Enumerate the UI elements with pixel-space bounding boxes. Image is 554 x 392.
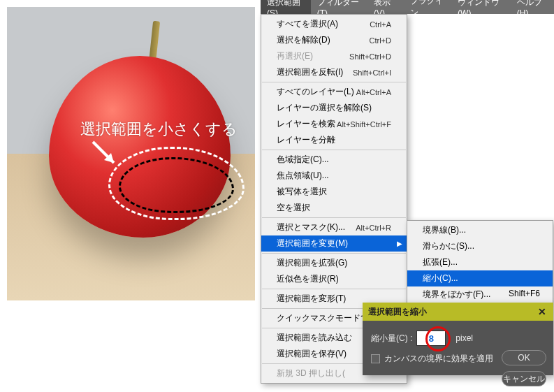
smi-feather[interactable]: 境界をぼかす(F)...Shift+F6 (407, 286, 553, 303)
mi-label: 色域指定(C)... (277, 154, 329, 166)
mi-label: 近似色を選択(R) (277, 273, 339, 285)
mi-label: 新規 3D 押し出し( (277, 368, 345, 379)
mi-shortcut: Shift+Ctrl+I (353, 68, 391, 77)
mi-color-range[interactable]: 色域指定(C)... (261, 152, 407, 168)
mi-deselect-layers[interactable]: レイヤーの選択を解除(S) (261, 100, 407, 116)
smi-smooth[interactable]: 滑らかに(S)... (407, 238, 553, 254)
smi-border[interactable]: 境界線(B)... (407, 222, 553, 238)
smi-expand[interactable]: 拡張(E)... (407, 254, 553, 270)
mi-label: 境界をぼかす(F)... (423, 289, 490, 300)
mi-label: すべてのレイヤー(L) (277, 86, 354, 98)
ok-button[interactable]: OK (502, 350, 546, 365)
mi-label: 選択範囲を拡張(G) (277, 257, 347, 269)
mi-label: 選択とマスク(K)... (277, 222, 345, 233)
chevron-right-icon: ▶ (397, 240, 402, 247)
mi-label: レイヤーを分離 (277, 134, 335, 146)
mi-all-layers[interactable]: すべてのレイヤー(L)Alt+Ctrl+A (261, 84, 407, 100)
close-icon[interactable]: ✕ (537, 306, 548, 317)
mi-shortcut: Alt+Shift+Ctrl+F (337, 120, 391, 129)
mi-label: 選択範囲を変形(T) (277, 293, 346, 305)
mi-label: 縮小(C)... (423, 273, 458, 284)
mi-label: 被写体を選択 (277, 186, 327, 198)
amount-input[interactable] (416, 331, 446, 346)
amount-label: 縮小量(C) : (371, 333, 412, 344)
dialog-title: 選択範囲を縮小 (368, 306, 427, 318)
mi-shortcut: Ctrl+A (370, 20, 391, 29)
mi-label: すべてを選択(A) (277, 18, 338, 30)
mi-sky[interactable]: 空を選択 (261, 200, 407, 216)
mi-label: 選択範囲を変更(M) (277, 238, 348, 249)
mi-label: 選択範囲を読み込む (277, 332, 352, 344)
menubar-plugin[interactable]: プラグイン (404, 0, 451, 14)
checkbox-label: カンバスの境界に効果を適用 (384, 353, 493, 365)
mi-label: 選択範囲を保存(V) (277, 348, 347, 360)
mi-label: 選択範囲を反転(I) (277, 66, 343, 78)
mi-label: 滑らかに(S)... (423, 240, 474, 252)
mi-select-and-mask[interactable]: 選択とマスク(K)...Alt+Ctrl+R (261, 219, 407, 235)
mi-similar[interactable]: 近似色を選択(R) (261, 271, 407, 287)
mi-label: 空を選択 (277, 202, 310, 214)
mi-grow[interactable]: 選択範囲を拡張(G) (261, 255, 407, 271)
menubar-help[interactable]: ヘルプ(H) (511, 0, 554, 14)
mi-isolate-layers[interactable]: レイヤーを分離 (261, 132, 407, 148)
cancel-button[interactable]: キャンセル (502, 371, 546, 386)
mi-label: レイヤーの選択を解除(S) (277, 102, 372, 114)
canvas-preview: 選択範囲を小さくする (7, 7, 255, 300)
mi-label: レイヤーを検索 (277, 118, 335, 130)
contract-selection-dialog: 選択範囲を縮小 ✕ 縮小量(C) : pixel カンバスの境界に効果を適用 O… (363, 303, 553, 375)
menubar: 選択範囲(S) フィルター(T) 表示(V) プラグイン ウィンドウ(W) ヘル… (261, 0, 554, 14)
mi-select-all[interactable]: すべてを選択(A)Ctrl+A (261, 16, 407, 32)
mi-modify[interactable]: 選択範囲を変更(M)▶ (261, 235, 407, 252)
menubar-window[interactable]: ウィンドウ(W) (451, 0, 511, 14)
apply-at-canvas-bounds-checkbox[interactable] (371, 354, 380, 363)
mi-inverse[interactable]: 選択範囲を反転(I)Shift+Ctrl+I (261, 64, 407, 80)
mi-shortcut: Alt+Ctrl+A (356, 88, 391, 96)
mi-deselect[interactable]: 選択を解除(D)Ctrl+D (261, 32, 407, 48)
menubar-filter[interactable]: フィルター(T) (311, 0, 367, 14)
mi-label: 選択を解除(D) (277, 34, 330, 46)
mi-label: 焦点領域(U)... (277, 170, 329, 182)
modify-submenu: 境界線(B)... 滑らかに(S)... 拡張(E)... 縮小(C)... 境… (407, 220, 553, 305)
mi-label: 拡張(E)... (423, 256, 458, 268)
mi-shortcut: Shift+F6 (509, 289, 540, 300)
menubar-select[interactable]: 選択範囲(S) (261, 0, 311, 14)
unit-label: pixel (455, 333, 473, 343)
smi-contract[interactable]: 縮小(C)... (407, 270, 553, 286)
mi-shortcut: Shift+Ctrl+D (349, 52, 391, 61)
mi-shortcut: Ctrl+D (370, 36, 391, 45)
mi-focus-area[interactable]: 焦点領域(U)... (261, 168, 407, 184)
dialog-titlebar[interactable]: 選択範囲を縮小 ✕ (363, 303, 553, 321)
mi-label: クイックマスクモードで (277, 312, 369, 324)
mi-find-layers[interactable]: レイヤーを検索Alt+Shift+Ctrl+F (261, 116, 407, 132)
mi-subject[interactable]: 被写体を選択 (261, 184, 407, 200)
mi-label: 境界線(B)... (423, 224, 466, 236)
menubar-view[interactable]: 表示(V) (367, 0, 404, 14)
mi-shortcut: Alt+Ctrl+R (356, 224, 391, 232)
mi-label: 再選択(E) (277, 50, 313, 62)
mi-reselect: 再選択(E)Shift+Ctrl+D (261, 48, 407, 64)
